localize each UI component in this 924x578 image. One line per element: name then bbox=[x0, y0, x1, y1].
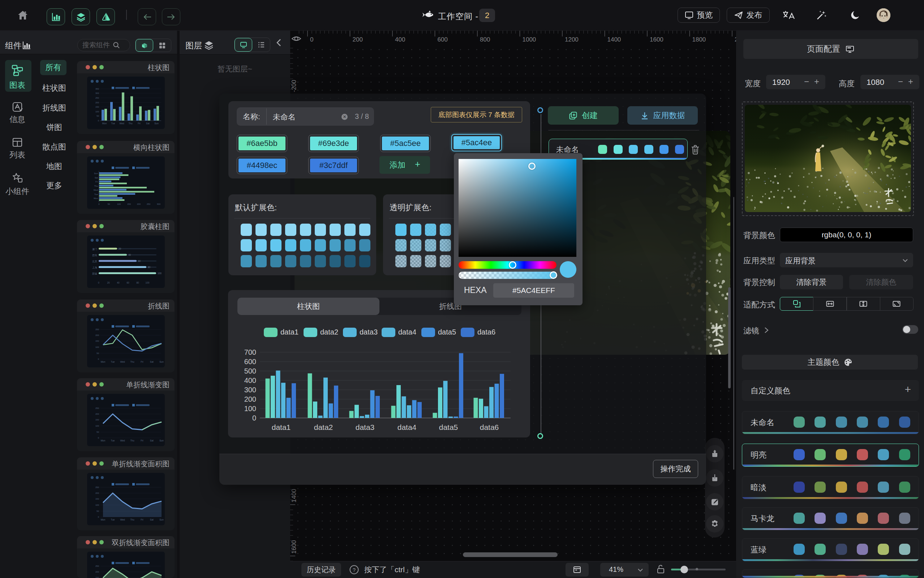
svg-text:150: 150 bbox=[96, 340, 99, 342]
svg-text:150: 150 bbox=[96, 498, 99, 500]
svg-text:50: 50 bbox=[96, 352, 99, 354]
svg-text:data2: data2 bbox=[314, 423, 333, 431]
svg-text:Mon: Mon bbox=[101, 360, 106, 363]
svg-text:200: 200 bbox=[96, 413, 99, 415]
svg-text:新疆: 新疆 bbox=[92, 272, 97, 275]
svg-text:data4: data4 bbox=[398, 423, 417, 431]
svg-text:250: 250 bbox=[147, 203, 151, 205]
svg-text:60: 60 bbox=[138, 260, 141, 262]
svg-text:100: 100 bbox=[117, 203, 121, 205]
svg-text:1600: 1600 bbox=[291, 540, 297, 554]
svg-text:Sat: Sat bbox=[146, 122, 149, 125]
svg-text:80: 80 bbox=[148, 266, 151, 268]
svg-text:100: 100 bbox=[96, 110, 99, 113]
svg-text:500: 500 bbox=[244, 367, 256, 375]
svg-text:50: 50 bbox=[96, 115, 99, 117]
svg-text:Wed: Wed bbox=[120, 439, 125, 442]
svg-text:300: 300 bbox=[244, 386, 256, 394]
svg-text:Sat: Sat bbox=[150, 518, 154, 521]
svg-text:Thu: Thu bbox=[130, 439, 135, 442]
svg-text:1400: 1400 bbox=[291, 489, 297, 502]
svg-text:1800: 1800 bbox=[692, 36, 706, 43]
svg-text:上海: 上海 bbox=[92, 266, 97, 269]
svg-text:Tue: Tue bbox=[111, 518, 115, 521]
svg-text:250: 250 bbox=[96, 407, 99, 409]
svg-text:800: 800 bbox=[480, 36, 490, 43]
svg-text:1400: 1400 bbox=[607, 36, 621, 43]
svg-text:350: 350 bbox=[96, 88, 99, 90]
svg-text:20: 20 bbox=[107, 281, 110, 284]
svg-text:0: 0 bbox=[98, 516, 99, 518]
svg-text:50: 50 bbox=[96, 431, 99, 433]
svg-text:Wed: Wed bbox=[94, 189, 98, 191]
svg-text:150: 150 bbox=[127, 203, 131, 205]
svg-text:?: ? bbox=[353, 567, 356, 573]
svg-text:400: 400 bbox=[395, 36, 405, 43]
svg-text:Fri: Fri bbox=[141, 439, 143, 442]
svg-text:Sun: Sun bbox=[159, 518, 164, 521]
svg-text:20: 20 bbox=[119, 247, 122, 250]
svg-text:Thu: Thu bbox=[130, 360, 135, 363]
svg-text:300: 300 bbox=[96, 92, 99, 94]
svg-text:1600: 1600 bbox=[650, 36, 663, 43]
svg-text:100: 100 bbox=[158, 272, 162, 274]
svg-text:Tue: Tue bbox=[111, 439, 115, 442]
svg-text:1200: 1200 bbox=[565, 36, 578, 43]
svg-text:Fri: Fri bbox=[141, 518, 143, 521]
svg-text:200: 200 bbox=[137, 203, 141, 205]
svg-text:Sat: Sat bbox=[95, 177, 98, 179]
svg-text:Thu: Thu bbox=[94, 185, 98, 187]
svg-text:0: 0 bbox=[98, 120, 99, 122]
svg-text:100: 100 bbox=[96, 504, 99, 506]
svg-text:data5: data5 bbox=[439, 423, 458, 431]
svg-text:50: 50 bbox=[108, 203, 110, 205]
svg-text:data6: data6 bbox=[480, 423, 499, 431]
svg-text:300: 300 bbox=[157, 203, 161, 205]
svg-text:200: 200 bbox=[96, 334, 99, 336]
svg-text:0: 0 bbox=[98, 437, 99, 439]
svg-text:Sun: Sun bbox=[159, 439, 164, 442]
svg-text:0: 0 bbox=[98, 358, 99, 360]
svg-text:Tue: Tue bbox=[111, 122, 115, 125]
svg-text:40: 40 bbox=[117, 281, 120, 284]
svg-text:Sun: Sun bbox=[159, 360, 164, 363]
svg-text:data1: data1 bbox=[272, 423, 291, 431]
svg-text:700: 700 bbox=[244, 348, 256, 356]
svg-text:Sun: Sun bbox=[94, 172, 98, 174]
svg-text:0: 0 bbox=[98, 281, 99, 284]
svg-text:0: 0 bbox=[252, 414, 256, 422]
svg-text:Fri: Fri bbox=[96, 180, 98, 183]
svg-text:Wed: Wed bbox=[119, 122, 124, 125]
svg-text:200: 200 bbox=[96, 102, 99, 104]
svg-text:100: 100 bbox=[146, 281, 149, 284]
svg-text:400: 400 bbox=[244, 377, 256, 384]
svg-text:250: 250 bbox=[96, 328, 99, 331]
svg-text:250: 250 bbox=[96, 486, 99, 489]
svg-text:200: 200 bbox=[244, 395, 256, 403]
svg-text:Tue: Tue bbox=[111, 360, 115, 363]
svg-text:250: 250 bbox=[96, 97, 99, 99]
svg-text:150: 150 bbox=[96, 419, 99, 421]
svg-text:50: 50 bbox=[96, 510, 99, 512]
svg-text:data3: data3 bbox=[356, 423, 375, 431]
svg-text:200: 200 bbox=[96, 492, 99, 494]
svg-text:Tue: Tue bbox=[94, 193, 98, 195]
svg-text:150: 150 bbox=[96, 106, 99, 108]
svg-text:Thu: Thu bbox=[128, 122, 133, 125]
svg-text:100: 100 bbox=[96, 425, 99, 427]
svg-text:Mon: Mon bbox=[94, 197, 98, 200]
svg-text:Sat: Sat bbox=[150, 360, 154, 363]
svg-text:1000: 1000 bbox=[523, 36, 536, 43]
svg-text:0: 0 bbox=[98, 203, 100, 205]
svg-text:600: 600 bbox=[244, 358, 256, 365]
svg-text:Thu: Thu bbox=[130, 518, 135, 521]
svg-text:80: 80 bbox=[136, 281, 139, 284]
svg-text:Wed: Wed bbox=[120, 360, 125, 363]
svg-text:100: 100 bbox=[96, 346, 99, 348]
svg-text:40: 40 bbox=[128, 253, 131, 256]
svg-text:100: 100 bbox=[244, 404, 256, 412]
svg-text:Wed: Wed bbox=[120, 518, 125, 521]
svg-text:200: 200 bbox=[353, 36, 363, 43]
svg-text:Mon: Mon bbox=[101, 518, 106, 521]
svg-text:Fri: Fri bbox=[138, 122, 141, 125]
